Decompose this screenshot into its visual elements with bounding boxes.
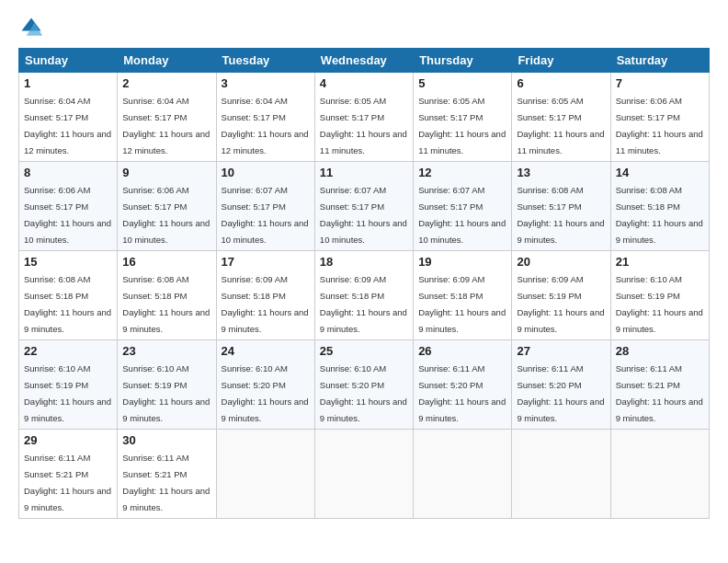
calendar-day-cell: 8 Sunrise: 6:06 AMSunset: 5:17 PMDayligh… (19, 162, 118, 251)
day-number: 26 (418, 344, 506, 358)
day-number: 15 (24, 255, 112, 269)
calendar-day-cell: 18 Sunrise: 6:09 AMSunset: 5:18 PMDaylig… (314, 251, 413, 340)
calendar-day-cell: 12 Sunrise: 6:07 AMSunset: 5:17 PMDaylig… (414, 162, 512, 251)
day-info: Sunrise: 6:11 AMSunset: 5:20 PMDaylight:… (418, 363, 506, 423)
calendar-day-cell: 28 Sunrise: 6:11 AMSunset: 5:21 PMDaylig… (610, 340, 709, 430)
calendar-day-cell: 29 Sunrise: 6:11 AMSunset: 5:21 PMDaylig… (19, 430, 118, 519)
calendar-day-cell: 21 Sunrise: 6:10 AMSunset: 5:19 PMDaylig… (610, 251, 709, 340)
day-info: Sunrise: 6:07 AMSunset: 5:17 PMDaylight:… (222, 185, 309, 245)
calendar-week-row: 29 Sunrise: 6:11 AMSunset: 5:21 PMDaylig… (19, 430, 710, 519)
day-number: 2 (122, 76, 210, 90)
page: SundayMondayTuesdayWednesdayThursdayFrid… (0, 0, 728, 563)
day-info: Sunrise: 6:09 AMSunset: 5:18 PMDaylight:… (320, 274, 407, 334)
day-number: 17 (222, 255, 310, 269)
calendar-day-cell: 1 Sunrise: 6:04 AMSunset: 5:17 PMDayligh… (19, 73, 118, 162)
day-info: Sunrise: 6:04 AMSunset: 5:17 PMDaylight:… (222, 96, 309, 155)
empty-cell (414, 430, 512, 519)
calendar-week-row: 1 Sunrise: 6:04 AMSunset: 5:17 PMDayligh… (19, 73, 710, 162)
day-info: Sunrise: 6:04 AMSunset: 5:17 PMDaylight:… (122, 96, 210, 155)
calendar-day-cell: 24 Sunrise: 6:10 AMSunset: 5:20 PMDaylig… (216, 340, 314, 430)
day-info: Sunrise: 6:10 AMSunset: 5:20 PMDaylight:… (320, 363, 407, 423)
day-info: Sunrise: 6:05 AMSunset: 5:17 PMDaylight:… (517, 96, 604, 155)
day-number: 28 (616, 344, 704, 358)
day-info: Sunrise: 6:10 AMSunset: 5:20 PMDaylight:… (222, 363, 309, 423)
day-number: 24 (222, 344, 310, 358)
calendar-day-cell: 7 Sunrise: 6:06 AMSunset: 5:17 PMDayligh… (610, 73, 709, 162)
day-number: 29 (24, 433, 112, 447)
day-info: Sunrise: 6:09 AMSunset: 5:18 PMDaylight:… (418, 274, 506, 334)
day-number: 16 (122, 255, 210, 269)
day-info: Sunrise: 6:05 AMSunset: 5:17 PMDaylight:… (320, 96, 407, 155)
day-number: 8 (24, 166, 112, 179)
calendar-day-cell: 26 Sunrise: 6:11 AMSunset: 5:20 PMDaylig… (414, 340, 512, 430)
calendar-day-cell: 30 Sunrise: 6:11 AMSunset: 5:21 PMDaylig… (118, 430, 216, 519)
empty-cell (314, 430, 413, 519)
calendar-day-cell: 3 Sunrise: 6:04 AMSunset: 5:17 PMDayligh… (216, 73, 314, 162)
day-number: 9 (122, 166, 210, 179)
calendar-day-cell: 15 Sunrise: 6:08 AMSunset: 5:18 PMDaylig… (19, 251, 118, 340)
logo (18, 15, 48, 40)
day-header-tuesday: Tuesday (216, 49, 314, 73)
day-info: Sunrise: 6:04 AMSunset: 5:17 PMDaylight:… (24, 96, 111, 155)
day-info: Sunrise: 6:10 AMSunset: 5:19 PMDaylight:… (616, 274, 703, 334)
empty-cell (512, 430, 610, 519)
empty-cell (610, 430, 709, 519)
calendar-week-row: 8 Sunrise: 6:06 AMSunset: 5:17 PMDayligh… (19, 162, 710, 251)
day-number: 21 (616, 255, 704, 269)
day-number: 14 (616, 166, 704, 179)
day-number: 22 (24, 344, 112, 358)
day-info: Sunrise: 6:05 AMSunset: 5:17 PMDaylight:… (418, 96, 506, 155)
calendar-week-row: 15 Sunrise: 6:08 AMSunset: 5:18 PMDaylig… (19, 251, 710, 340)
day-info: Sunrise: 6:10 AMSunset: 5:19 PMDaylight:… (122, 363, 210, 423)
day-header-friday: Friday (512, 49, 610, 73)
calendar-day-cell: 25 Sunrise: 6:10 AMSunset: 5:20 PMDaylig… (314, 340, 413, 430)
day-header-sunday: Sunday (19, 49, 118, 73)
calendar-day-cell: 10 Sunrise: 6:07 AMSunset: 5:17 PMDaylig… (216, 162, 314, 251)
day-number: 23 (122, 344, 210, 358)
calendar-day-cell: 11 Sunrise: 6:07 AMSunset: 5:17 PMDaylig… (314, 162, 413, 251)
day-info: Sunrise: 6:06 AMSunset: 5:17 PMDaylight:… (122, 185, 210, 245)
day-info: Sunrise: 6:09 AMSunset: 5:19 PMDaylight:… (517, 274, 604, 334)
logo-icon (18, 15, 44, 40)
day-info: Sunrise: 6:11 AMSunset: 5:21 PMDaylight:… (24, 453, 111, 512)
calendar-day-cell: 19 Sunrise: 6:09 AMSunset: 5:18 PMDaylig… (414, 251, 512, 340)
day-info: Sunrise: 6:08 AMSunset: 5:18 PMDaylight:… (24, 274, 111, 334)
day-number: 6 (517, 76, 605, 90)
day-info: Sunrise: 6:07 AMSunset: 5:17 PMDaylight:… (320, 185, 407, 245)
day-number: 30 (122, 433, 210, 447)
day-header-saturday: Saturday (610, 49, 709, 73)
day-number: 10 (222, 166, 310, 179)
calendar-day-cell: 17 Sunrise: 6:09 AMSunset: 5:18 PMDaylig… (216, 251, 314, 340)
day-number: 19 (418, 255, 506, 269)
day-info: Sunrise: 6:06 AMSunset: 5:17 PMDaylight:… (616, 96, 703, 155)
calendar-header-row: SundayMondayTuesdayWednesdayThursdayFrid… (19, 49, 710, 73)
day-number: 11 (320, 166, 408, 179)
day-info: Sunrise: 6:11 AMSunset: 5:21 PMDaylight:… (616, 363, 703, 423)
calendar-day-cell: 4 Sunrise: 6:05 AMSunset: 5:17 PMDayligh… (314, 73, 413, 162)
day-number: 4 (320, 76, 408, 90)
day-info: Sunrise: 6:06 AMSunset: 5:17 PMDaylight:… (24, 185, 111, 245)
day-info: Sunrise: 6:09 AMSunset: 5:18 PMDaylight:… (222, 274, 309, 334)
day-info: Sunrise: 6:10 AMSunset: 5:19 PMDaylight:… (24, 363, 111, 423)
calendar-day-cell: 16 Sunrise: 6:08 AMSunset: 5:18 PMDaylig… (118, 251, 216, 340)
calendar-day-cell: 23 Sunrise: 6:10 AMSunset: 5:19 PMDaylig… (118, 340, 216, 430)
day-header-wednesday: Wednesday (314, 49, 413, 73)
calendar-day-cell: 27 Sunrise: 6:11 AMSunset: 5:20 PMDaylig… (512, 340, 610, 430)
calendar-day-cell: 2 Sunrise: 6:04 AMSunset: 5:17 PMDayligh… (118, 73, 216, 162)
day-info: Sunrise: 6:07 AMSunset: 5:17 PMDaylight:… (418, 185, 506, 245)
day-number: 18 (320, 255, 408, 269)
calendar-day-cell: 20 Sunrise: 6:09 AMSunset: 5:19 PMDaylig… (512, 251, 610, 340)
day-number: 13 (517, 166, 605, 179)
day-number: 1 (24, 76, 112, 90)
calendar-day-cell: 6 Sunrise: 6:05 AMSunset: 5:17 PMDayligh… (512, 73, 610, 162)
day-number: 12 (418, 166, 506, 179)
day-info: Sunrise: 6:11 AMSunset: 5:20 PMDaylight:… (517, 363, 604, 423)
calendar-day-cell: 9 Sunrise: 6:06 AMSunset: 5:17 PMDayligh… (118, 162, 216, 251)
day-header-thursday: Thursday (414, 49, 512, 73)
day-info: Sunrise: 6:08 AMSunset: 5:17 PMDaylight:… (517, 185, 604, 245)
day-number: 25 (320, 344, 408, 358)
day-number: 27 (517, 344, 605, 358)
calendar-day-cell: 14 Sunrise: 6:08 AMSunset: 5:18 PMDaylig… (610, 162, 709, 251)
empty-cell (216, 430, 314, 519)
calendar-table: SundayMondayTuesdayWednesdayThursdayFrid… (18, 48, 710, 519)
